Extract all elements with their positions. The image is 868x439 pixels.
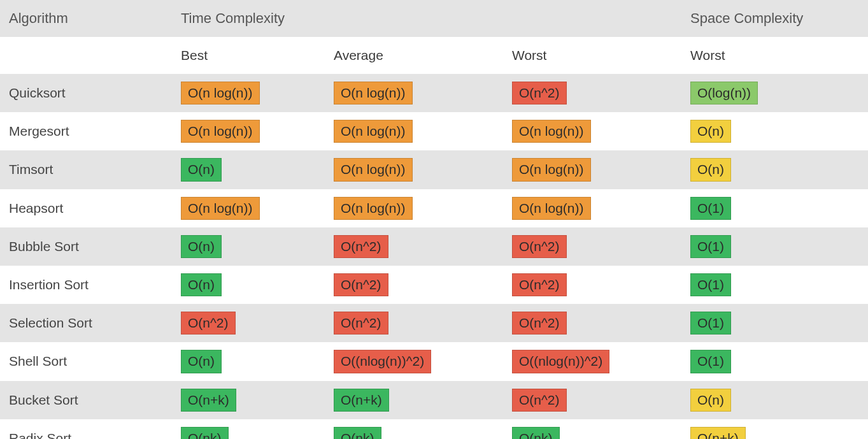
complexity-chip: O(n^2) (512, 82, 567, 104)
col-subheader-worst: Worst (503, 37, 681, 74)
cell-time-average: O((nlog(n))^2) (325, 342, 503, 380)
complexity-chip: O(1) (690, 197, 731, 220)
cell-space-worst: O(n) (681, 150, 868, 189)
table-row: Bubble SortO(n)O(n^2)O(n^2)O(1) (0, 227, 868, 266)
cell-time-average: O(n log(n)) (325, 150, 503, 189)
cell-space-worst: O(1) (681, 266, 868, 304)
cell-time-best: O(n log(n)) (172, 74, 325, 112)
table-row: Radix SortO(nk)O(nk)O(nk)O(n+k) (0, 419, 868, 439)
complexity-chip: O(n) (181, 350, 222, 373)
table-header-groups: Algorithm Time Complexity Space Complexi… (0, 0, 868, 37)
complexity-chip: O(n log(n)) (334, 82, 413, 104)
complexity-table: Algorithm Time Complexity Space Complexi… (0, 0, 868, 439)
cell-time-average: O(nk) (325, 419, 503, 439)
col-header-time: Time Complexity (172, 0, 681, 37)
table-row: Insertion SortO(n)O(n^2)O(n^2)O(1) (0, 266, 868, 304)
complexity-chip: O((nlog(n))^2) (334, 350, 431, 373)
col-subheader-best: Best (172, 37, 325, 74)
table-row: TimsortO(n)O(n log(n))O(n log(n))O(n) (0, 150, 868, 189)
complexity-chip: O(n^2) (334, 312, 388, 335)
cell-space-worst: O(1) (681, 189, 868, 227)
complexity-chip: O(n log(n)) (512, 120, 591, 143)
complexity-chip: O(n log(n)) (512, 197, 591, 220)
cell-time-worst: O(n log(n)) (503, 189, 681, 227)
cell-time-average: O(n log(n)) (325, 112, 503, 150)
cell-space-worst: O(n+k) (681, 419, 868, 439)
complexity-chip: O(n log(n)) (334, 120, 413, 143)
cell-time-best: O(n) (172, 266, 325, 304)
cell-space-worst: O(n) (681, 381, 868, 419)
cell-time-average: O(n^2) (325, 304, 503, 342)
complexity-chip: O(1) (690, 350, 731, 373)
cell-time-worst: O((nlog(n))^2) (503, 342, 681, 380)
cell-time-best: O(n+k) (172, 381, 325, 419)
cell-time-best: O(n^2) (172, 304, 325, 342)
col-subheader-space-worst: Worst (681, 37, 868, 74)
cell-time-worst: O(n^2) (503, 227, 681, 266)
table-row: Shell SortO(n)O((nlog(n))^2)O((nlog(n))^… (0, 342, 868, 380)
algorithm-name: Quicksort (0, 74, 172, 112)
cell-space-worst: O(log(n)) (681, 74, 868, 112)
complexity-chip: O(nk) (512, 427, 560, 439)
cell-time-worst: O(n^2) (503, 381, 681, 419)
cell-space-worst: O(1) (681, 227, 868, 266)
complexity-chip: O(n log(n)) (181, 120, 260, 143)
complexity-chip: O(n) (181, 235, 222, 258)
table-row: Bucket SortO(n+k)O(n+k)O(n^2)O(n) (0, 381, 868, 419)
cell-time-worst: O(n log(n)) (503, 112, 681, 150)
table-row: QuicksortO(n log(n))O(n log(n))O(n^2)O(l… (0, 74, 868, 112)
complexity-chip: O(nk) (181, 427, 229, 439)
cell-time-worst: O(n^2) (503, 74, 681, 112)
complexity-chip: O(n^2) (512, 235, 567, 258)
complexity-chip: O(1) (690, 273, 731, 296)
complexity-chip: O(n^2) (512, 389, 567, 412)
complexity-chip: O(n log(n)) (334, 197, 413, 220)
col-header-space: Space Complexity (681, 0, 868, 37)
complexity-chip: O(n) (690, 158, 731, 181)
cell-space-worst: O(n) (681, 112, 868, 150)
complexity-chip: O(nk) (334, 427, 381, 439)
algorithm-name: Heapsort (0, 189, 172, 227)
cell-time-average: O(n^2) (325, 227, 503, 266)
cell-time-worst: O(nk) (503, 419, 681, 439)
algorithm-name: Timsort (0, 150, 172, 189)
col-header-algorithm: Algorithm (0, 0, 172, 37)
complexity-chip: O(n+k) (690, 427, 746, 439)
complexity-chip: O(log(n)) (690, 82, 758, 104)
complexity-chip: O(n^2) (512, 273, 567, 296)
complexity-chip: O(n+k) (334, 389, 389, 412)
cell-time-worst: O(n^2) (503, 304, 681, 342)
cell-time-average: O(n log(n)) (325, 189, 503, 227)
cell-time-worst: O(n^2) (503, 266, 681, 304)
algorithm-name: Shell Sort (0, 342, 172, 380)
algorithm-name: Selection Sort (0, 304, 172, 342)
cell-time-best: O(n) (172, 227, 325, 266)
algorithm-name: Insertion Sort (0, 266, 172, 304)
cell-space-worst: O(1) (681, 304, 868, 342)
col-subheader-blank (0, 37, 172, 74)
complexity-chip: O(n^2) (334, 235, 388, 258)
complexity-chip: O(n log(n)) (181, 197, 260, 220)
table-header-sub: Best Average Worst Worst (0, 37, 868, 74)
table-row: Selection SortO(n^2)O(n^2)O(n^2)O(1) (0, 304, 868, 342)
complexity-chip: O(n^2) (181, 312, 236, 335)
cell-time-average: O(n^2) (325, 266, 503, 304)
col-subheader-average: Average (325, 37, 503, 74)
complexity-chip: O(n) (690, 120, 731, 143)
cell-time-worst: O(n log(n)) (503, 150, 681, 189)
complexity-chip: O(1) (690, 235, 731, 258)
cell-space-worst: O(1) (681, 342, 868, 380)
algorithm-name: Radix Sort (0, 419, 172, 439)
complexity-chip: O((nlog(n))^2) (512, 350, 609, 373)
cell-time-average: O(n log(n)) (325, 74, 503, 112)
complexity-chip: O(n) (690, 389, 731, 412)
complexity-chip: O(1) (690, 312, 731, 335)
complexity-chip: O(n^2) (512, 312, 567, 335)
table-row: MergesortO(n log(n))O(n log(n))O(n log(n… (0, 112, 868, 150)
algorithm-name: Bubble Sort (0, 227, 172, 266)
complexity-chip: O(n^2) (334, 273, 388, 296)
cell-time-best: O(n log(n)) (172, 189, 325, 227)
complexity-chip: O(n+k) (181, 389, 236, 412)
complexity-chip: O(n log(n)) (334, 158, 413, 181)
complexity-chip: O(n log(n)) (181, 82, 260, 104)
